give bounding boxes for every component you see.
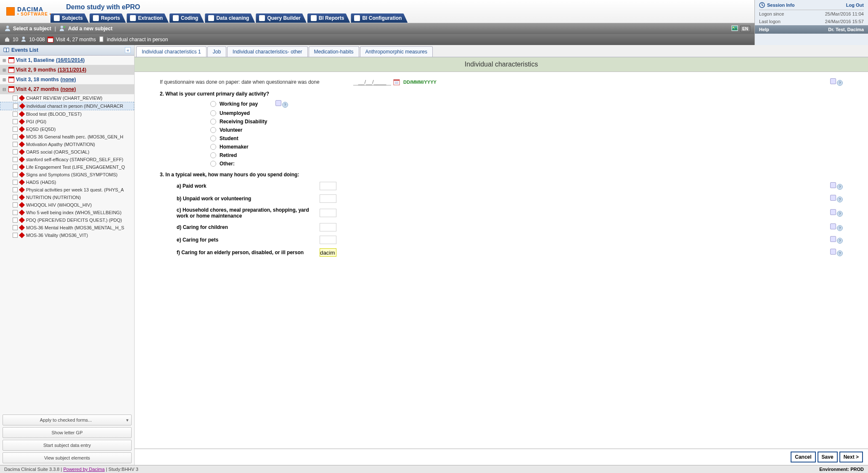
nav-tab-coding[interactable]: Coding	[169, 13, 204, 23]
checkbox[interactable]	[13, 218, 18, 223]
radio-button[interactable]	[210, 110, 216, 116]
nav-tab-extraction[interactable]: Extraction	[127, 13, 169, 23]
bc-subject[interactable]: 10-008	[29, 37, 45, 43]
note-icon[interactable]	[830, 78, 836, 84]
nav-tab-bi-configuration[interactable]: BI Configuration	[351, 13, 408, 23]
radio-option[interactable]: Volunteer	[210, 127, 843, 133]
collapse-button[interactable]: «	[125, 47, 131, 53]
radio-button[interactable]	[210, 127, 216, 133]
help-icon[interactable]: ?	[837, 197, 843, 202]
checkbox[interactable]	[13, 233, 18, 238]
form-item[interactable]: EQ5D (EQ5D)	[0, 125, 134, 133]
note-icon[interactable]	[830, 195, 836, 201]
select-subject-button[interactable]: Select a subject	[13, 26, 51, 32]
language-button[interactable]: EN	[740, 26, 750, 32]
nav-tab-query-builder[interactable]: Query Builder	[256, 13, 306, 23]
form-item[interactable]: Signs and Symptoms (SIGNS_SYMPTOMS)	[0, 171, 134, 178]
hours-input[interactable]	[320, 209, 336, 217]
note-icon[interactable]	[830, 209, 836, 215]
checkbox[interactable]	[13, 119, 18, 124]
powered-link[interactable]: Powered by Dacima	[63, 467, 104, 472]
form-item[interactable]: MOS 36 General health perc. (MOS36_GEN_H	[0, 133, 134, 141]
note-icon[interactable]	[275, 100, 281, 106]
save-button[interactable]: Save	[818, 452, 838, 462]
radio-option[interactable]: Receiving Disability	[210, 119, 843, 125]
radio-button[interactable]	[210, 119, 216, 125]
radio-button[interactable]	[210, 161, 216, 167]
checkbox[interactable]	[13, 112, 18, 117]
bc-visit[interactable]: Visit 4, 27 months	[56, 37, 96, 43]
checkbox[interactable]	[13, 104, 18, 109]
checkbox[interactable]	[13, 96, 18, 101]
sidebar-button[interactable]: View subject elements	[3, 452, 132, 463]
radio-option[interactable]: Retired	[210, 152, 843, 158]
checkbox[interactable]	[13, 195, 18, 200]
form-tab[interactable]: Medication-habits	[309, 46, 359, 57]
note-icon[interactable]	[830, 223, 836, 229]
checkbox[interactable]	[13, 127, 18, 132]
checkbox[interactable]	[13, 149, 18, 154]
form-item[interactable]: Who 5 well being index (WHO5_WELLBEING)	[0, 209, 134, 216]
form-item[interactable]: HADS (HADS)	[0, 178, 134, 186]
note-icon[interactable]	[830, 249, 836, 255]
help-icon[interactable]: ?	[837, 238, 843, 244]
form-item[interactable]: Motivation Apathy (MOTIVATION)	[0, 141, 134, 148]
form-item[interactable]: MOS-36 Mental Health (MOS36_MENTAL_H_S	[0, 224, 134, 231]
form-tab[interactable]: Anthropomorphic measures	[360, 46, 433, 57]
expand-icon[interactable]: ⊞	[3, 77, 7, 82]
form-item[interactable]: NUTRITION (NUTRITION)	[0, 194, 134, 201]
nav-tab-reports[interactable]: Reports	[90, 13, 126, 23]
checkbox[interactable]	[13, 187, 18, 192]
expand-icon[interactable]: ⊞	[3, 58, 7, 63]
checkbox[interactable]	[13, 157, 18, 162]
nav-tab-bi-reports[interactable]: BI Reports	[307, 13, 350, 23]
home-icon[interactable]	[4, 36, 10, 43]
help-icon[interactable]: ?	[282, 102, 288, 108]
help-link[interactable]: Help	[759, 27, 769, 32]
note-icon[interactable]	[830, 236, 836, 242]
help-icon[interactable]: ?	[837, 250, 843, 256]
help-icon[interactable]: ?	[837, 211, 843, 217]
hours-input[interactable]	[320, 248, 336, 257]
checkbox[interactable]	[13, 210, 18, 215]
hours-input[interactable]	[320, 223, 336, 231]
sidebar-button[interactable]: Start subject data entry	[3, 440, 132, 451]
help-icon[interactable]: ?	[837, 225, 843, 231]
next-button[interactable]: Next >	[839, 452, 863, 462]
radio-option[interactable]: Homemaker	[210, 144, 843, 150]
form-item[interactable]: WHOQOL HIV (WHOQOL_HIV)	[0, 201, 134, 209]
hours-input[interactable]	[320, 182, 336, 190]
checkbox[interactable]	[13, 202, 18, 207]
cancel-button[interactable]: Cancel	[791, 452, 815, 462]
form-tab[interactable]: Individual characteristics 1	[136, 46, 206, 57]
bc-form[interactable]: individual charact in person	[107, 37, 168, 43]
form-item[interactable]: PGI (PGI)	[0, 118, 134, 125]
radio-button[interactable]	[210, 152, 216, 158]
checkbox[interactable]	[13, 142, 18, 147]
expand-icon[interactable]: ⊞	[3, 68, 7, 72]
radio-option[interactable]: Unemployed	[210, 110, 843, 116]
logout-link[interactable]: Log Out	[846, 3, 864, 8]
add-subject-button[interactable]: Add a new subject	[68, 26, 112, 32]
form-tab[interactable]: Job	[207, 46, 226, 57]
hours-input[interactable]	[320, 236, 336, 244]
checkbox[interactable]	[13, 165, 18, 170]
calendar-icon[interactable]	[393, 79, 400, 85]
sidebar-button[interactable]: Apply to checked forms...	[3, 415, 132, 425]
radio-button[interactable]	[210, 144, 216, 150]
form-item[interactable]: Life Engagement Test (LIFE_ENGAGEMENT_Q	[0, 163, 134, 171]
help-icon[interactable]: ?	[837, 184, 843, 190]
visit-item[interactable]: ⊞ Visit 2, 9 months (13/11/2014)	[0, 65, 134, 75]
form-item[interactable]: Blood test (BLOOD_TEST)	[0, 110, 134, 118]
form-item[interactable]: PDQ (PERCEIVED DEFICITS QUEST.) (PDQ)	[0, 216, 134, 224]
form-tab[interactable]: Individual characteristics- other	[227, 46, 307, 57]
checkbox[interactable]	[13, 225, 18, 230]
form-item[interactable]: CHART REVIEW (CHART_REVIEW)	[0, 94, 134, 102]
radio-option[interactable]: Working for pay?	[210, 100, 843, 108]
form-item[interactable]: Physical activities per week 13 quest. (…	[0, 186, 134, 194]
radio-option[interactable]: Student	[210, 136, 843, 141]
nav-tab-data-cleaning[interactable]: Data cleaning	[205, 13, 255, 23]
visit-item[interactable]: ⊞ Visit 1, Baseline (16/01/2014)	[0, 56, 134, 65]
bc-site[interactable]: 10	[13, 37, 18, 43]
image-icon[interactable]	[731, 25, 738, 33]
